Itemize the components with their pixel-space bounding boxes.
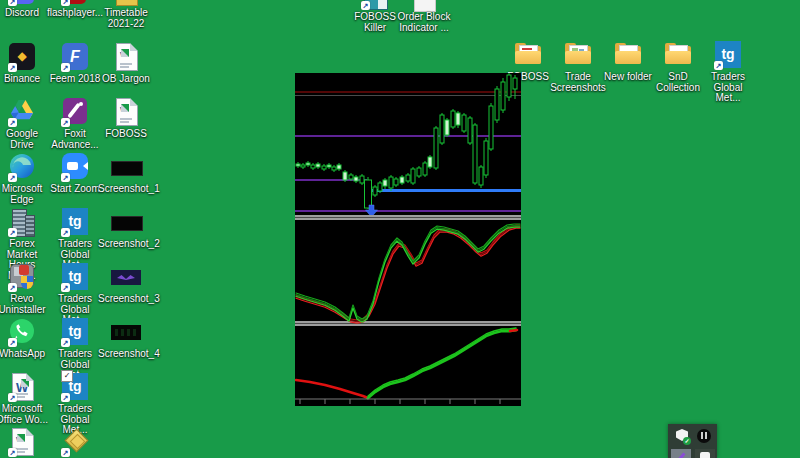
trading-chart-image[interactable] [295,73,521,406]
icon-art: tg↗ [59,317,91,347]
tray-tile-pencil[interactable] [671,449,691,458]
desktop-icon-whatsapp[interactable]: ↗WhatsApp [0,317,50,360]
icon-label: FOBOSS [98,129,154,140]
desktop-icon-screenshot-4[interactable]: Screenshot_4 [98,317,154,360]
desktop: ↗Discord↗flashplayer...Timetable 2021-22… [0,0,800,458]
shortcut-arrow-icon: ↗ [8,393,17,402]
desktop-icon-foboss-killer[interactable]: ↗FOBOSS Killer [347,0,403,33]
desktop-icon-foboss-doc[interactable]: W FOBOSS [98,97,154,140]
icon-art [512,40,544,70]
icon-art [110,207,142,237]
icon-art: ↗ [6,97,38,127]
icon-art: ↗ [59,152,91,182]
desktop-icon-binance[interactable]: ◆↗Binance [0,42,50,85]
shortcut-arrow-icon: ↗ [61,393,70,402]
icon-art: ↗ [6,262,38,292]
shortcut-arrow-icon: ↗ [8,118,17,127]
dark-circle-tray-icon[interactable] [697,429,711,443]
desktop-icon-traders-1[interactable]: tg↗Traders Global Met... [47,207,103,271]
desktop-icon-traders-2[interactable]: tg↗Traders Global Met... [47,262,103,326]
icon-art [110,0,142,6]
icon-label: SnD Collection [650,72,706,93]
icon-label: Binance [0,74,50,85]
screenshot-thumbnail [111,161,143,176]
tray-tile-white[interactable] [695,449,715,458]
tray-overflow-popup: ✓ [668,424,717,458]
icon-label: Feem 2018 [47,74,103,85]
icon-label: flashplayer... [47,8,103,19]
icon-art: tg↗ [59,262,91,292]
desktop-icon-snd-collection[interactable]: SnD Collection [650,40,706,93]
icon-label: Screenshot_4 [98,349,154,360]
icon-art: W [110,97,142,127]
shortcut-arrow-icon: ↗ [8,448,17,457]
app-glyph-icon [705,432,707,439]
desktop-icon-foxit[interactable]: ↗Foxit Advance... [47,97,103,150]
desktop-icon-discord[interactable]: ↗Discord [0,0,50,19]
icon-art: ↗ [6,207,38,237]
shortcut-arrow-icon: ↗ [61,63,70,72]
icon-art [662,40,694,70]
desktop-icon-flashplayer[interactable]: ↗flashplayer... [47,0,103,19]
desktop-icon-doc-bottom[interactable]: W ↗ [0,427,50,457]
app-glyph-icon [701,432,703,439]
icon-label: Revo Uninstaller [0,294,50,315]
check-badge-icon: ✓ [61,370,73,382]
desktop-icon-trade-screenshots[interactable]: Trade Screenshots [550,40,606,93]
icon-label: Screenshot_3 [98,294,154,305]
icon-label: Start Zoom [47,184,103,195]
desktop-icon-ms-word[interactable]: W ↗Microsoft Office Wo... [0,372,50,425]
shortcut-arrow-icon: ↗ [61,118,70,127]
desktop-icon-new-folder[interactable]: New folder [600,40,656,83]
icon-label: Screenshot_2 [98,239,154,250]
icon-label: Timetable 2021-22 [98,8,154,29]
icon-label: OB Jargon [98,74,154,85]
shortcut-arrow-icon: ↗ [8,283,17,292]
icon-label: Order Block Indicator ... [396,12,452,33]
icon-art: tg↗✓ [59,372,91,402]
word-document-icon: W [116,43,138,71]
pencil-icon [675,452,685,458]
check-badge-icon: ✓ [683,437,691,445]
desktop-icon-screenshot-3[interactable]: Screenshot_3 [98,262,154,305]
desktop-icon-ob-jargon[interactable]: W OB Jargon [98,42,154,85]
desktop-icon-traders-5[interactable]: tg↗Traders Global Met... [700,40,756,104]
desktop-icon-revo[interactable]: ↗Revo Uninstaller [0,262,50,315]
shortcut-arrow-icon: ↗ [8,173,17,182]
icon-art [110,317,142,347]
shortcut-arrow-icon: ↗ [61,338,70,347]
icon-art [110,262,142,292]
desktop-icon-start-zoom[interactable]: ↗Start Zoom [47,152,103,195]
desktop-icon-feem[interactable]: F↗Feem 2018 [47,42,103,85]
icon-art: ↗ [6,0,38,6]
desktop-icon-screenshot-2[interactable]: Screenshot_2 [98,207,154,250]
desktop-icon-timetable[interactable]: Timetable 2021-22 [98,0,154,29]
desktop-icon-traders-4[interactable]: tg↗✓Traders Global Met... [47,372,103,436]
icon-art: F↗ [59,42,91,72]
shortcut-arrow-icon: ↗ [714,61,723,70]
word-document-icon: W [116,98,138,126]
screenshot-thumbnail [111,216,143,231]
antivirus-tray-icon[interactable]: ✓ [675,429,689,443]
desktop-icon-google-drive[interactable]: ↗Google Drive [0,97,50,150]
icon-art [562,40,594,70]
icon-label: Screenshot_1 [98,184,154,195]
desktop-icon-traders-3[interactable]: tg↗Traders Global Met... [47,317,103,381]
google-drive-icon [11,100,33,120]
white-square-icon [700,452,710,458]
icon-label: WhatsApp [0,349,50,360]
desktop-icon-order-block[interactable]: Order Block Indicator ... [396,0,452,33]
shortcut-arrow-icon: ↗ [61,0,70,6]
icon-label: Google Drive [0,129,50,150]
shortcut-arrow-icon: ↗ [8,0,17,6]
icon-label: FOBOSS Killer [347,12,403,33]
desktop-icon-ms-edge[interactable]: ↗Microsoft Edge [0,152,50,205]
icon-label: Microsoft Edge [0,184,50,205]
icon-art: tg↗ [712,40,744,70]
shortcut-arrow-icon: ↗ [8,228,17,237]
icon-art: ◆↗ [6,42,38,72]
desktop-icon-metaeditor[interactable]: ↗ [47,427,103,457]
desktop-icon-screenshot-1[interactable]: Screenshot_1 [98,152,154,195]
icon-art [612,40,644,70]
icon-art: ↗ [6,152,38,182]
